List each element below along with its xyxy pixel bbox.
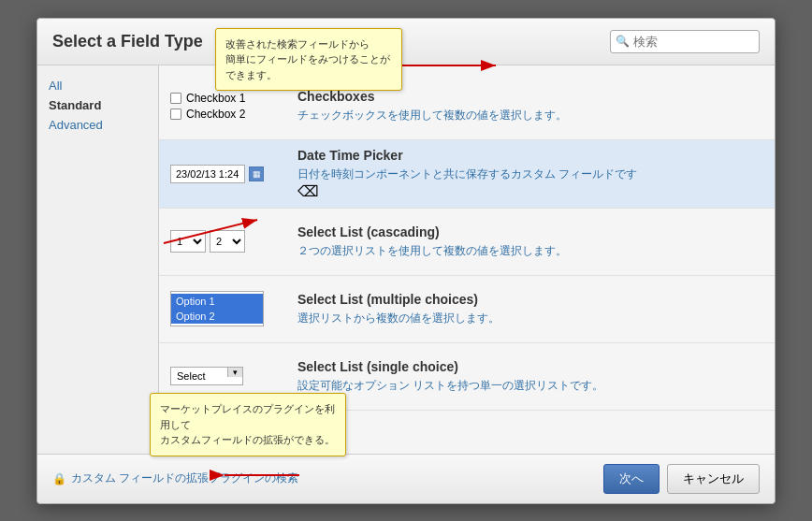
cascading-select-2[interactable]: 2 xyxy=(210,230,245,253)
field-preview-multiple: Option 1 Option 2 xyxy=(170,291,283,326)
field-row-multiple[interactable]: Option 1 Option 2 Select List (multiple … xyxy=(159,276,775,343)
cascading-preview: 1 2 xyxy=(170,230,245,253)
dialog-footer: マーケットプレイスのプラグインを利用してカスタムフィールドの拡張ができる。 🔒 … xyxy=(37,454,775,503)
field-preview-cascading: 1 2 xyxy=(170,230,283,253)
footer-buttons: 次へ キャンセル xyxy=(603,464,760,494)
dialog-header: Select a Field Type 改善された検索フィールドから簡単にフィー… xyxy=(37,19,775,65)
dialog: Select a Field Type 改善された検索フィールドから簡単にフィー… xyxy=(36,18,776,504)
checkbox-1 xyxy=(170,93,181,104)
field-name-cascading: Select List (cascading) xyxy=(297,224,763,239)
listbox-item-1: Option 1 xyxy=(171,294,263,309)
tooltip-search: 改善された検索フィールドから簡単にフィールドをみつけることができます。 xyxy=(215,28,402,92)
tooltip-plugin: マーケットプレイスのプラグインを利用してカスタムフィールドの拡張ができる。 xyxy=(150,393,346,456)
cursor-icon: ⌫ xyxy=(297,183,319,199)
sidebar: フィールド ギャラリーから希望のフィールド タイプを簡単に見つけることができます… xyxy=(37,65,159,454)
tooltip-plugin-text: マーケットプレイスのプラグインを利用してカスタムフィールドの拡張ができる。 xyxy=(160,403,335,445)
field-name-multiple: Select List (multiple choices) xyxy=(297,292,763,307)
search-icon: 🔍 xyxy=(616,35,630,48)
sidebar-item-standard[interactable]: Standard xyxy=(49,98,147,112)
field-row-datetime[interactable]: ▦ Date Time Picker 日付を時刻コンポーネントと共に保存するカス… xyxy=(159,140,775,209)
lock-icon: 🔒 xyxy=(52,472,66,485)
field-info-cascading: Select List (cascading) ２つの選択リストを使用して複数の… xyxy=(297,224,763,259)
next-button[interactable]: 次へ xyxy=(603,464,660,494)
field-info-datetime: Date Time Picker 日付を時刻コンポーネントと共に保存するカスタム… xyxy=(297,148,763,200)
field-info-checkboxes: Checkboxes チェックボックスを使用して複数の値を選択します。 xyxy=(297,89,763,123)
field-preview-checkboxes: Checkbox 1 Checkbox 2 xyxy=(170,92,283,121)
field-desc-multiple: 選択リストから複数の値を選択します。 xyxy=(297,311,763,326)
datetime-input[interactable] xyxy=(170,165,245,183)
search-wrapper: 🔍 xyxy=(610,30,760,53)
checkbox-2 xyxy=(170,109,181,120)
checkbox-preview: Checkbox 1 Checkbox 2 xyxy=(170,92,245,121)
plugin-link[interactable]: カスタム フィールドの拡張プラグインの検索 xyxy=(71,470,298,486)
listbox-preview: Option 1 Option 2 xyxy=(170,291,264,326)
field-preview-single: Select ▾ xyxy=(170,367,283,385)
cascading-select-1[interactable]: 1 xyxy=(170,230,206,253)
field-info-multiple: Select List (multiple choices) 選択リストから複数… xyxy=(297,292,763,326)
field-desc-single: 設定可能なオプション リストを持つ単一の選択リストです。 xyxy=(297,378,763,394)
field-info-single: Select List (single choice) 設定可能なオプション リ… xyxy=(297,359,763,394)
datetime-preview: ▦ xyxy=(170,165,264,183)
single-select-wrapper: Select ▾ xyxy=(170,367,243,385)
footer-left: マーケットプレイスのプラグインを利用してカスタムフィールドの拡張ができる。 🔒 … xyxy=(52,470,298,486)
sidebar-item-advanced[interactable]: Advanced xyxy=(49,118,147,132)
dialog-body: フィールド ギャラリーから希望のフィールド タイプを簡単に見つけることができます… xyxy=(37,65,775,454)
field-desc-checkboxes: チェックボックスを使用して複数の値を選択します。 xyxy=(297,108,763,123)
cancel-button[interactable]: キャンセル xyxy=(667,464,760,494)
checkbox-item-1: Checkbox 1 xyxy=(170,92,245,105)
field-name-single: Select List (single choice) xyxy=(297,359,763,374)
checkbox-item-2: Checkbox 2 xyxy=(170,108,245,121)
sidebar-item-all[interactable]: All xyxy=(49,79,147,93)
field-preview-datetime: ▦ xyxy=(170,165,283,183)
overlay: Select a Field Type 改善された検索フィールドから簡単にフィー… xyxy=(0,0,812,521)
field-desc-datetime: 日付を時刻コンポーネントと共に保存するカスタム フィールドです xyxy=(297,166,763,182)
field-name-datetime: Date Time Picker xyxy=(297,148,763,163)
search-input[interactable] xyxy=(610,30,760,53)
dialog-title: Select a Field Type xyxy=(52,32,203,51)
search-area: 改善された検索フィールドから簡単にフィールドをみつけることができます。 🔍 xyxy=(610,30,760,53)
field-row-cascading[interactable]: 1 2 Select List (cascading) ２つの選択リストを使用し… xyxy=(159,209,775,276)
select-arrow-icon: ▾ xyxy=(227,368,242,377)
listbox-item-2: Option 2 xyxy=(171,309,263,324)
single-select-text: Select xyxy=(171,368,227,384)
calendar-icon[interactable]: ▦ xyxy=(249,166,264,181)
tooltip-search-text: 改善された検索フィールドから簡単にフィールドをみつけることができます。 xyxy=(225,38,390,80)
checkbox-label-1: Checkbox 1 xyxy=(186,92,245,105)
field-desc-cascading: ２つの選択リストを使用して複数の値を選択します。 xyxy=(297,243,763,259)
checkbox-label-2: Checkbox 2 xyxy=(186,108,245,121)
